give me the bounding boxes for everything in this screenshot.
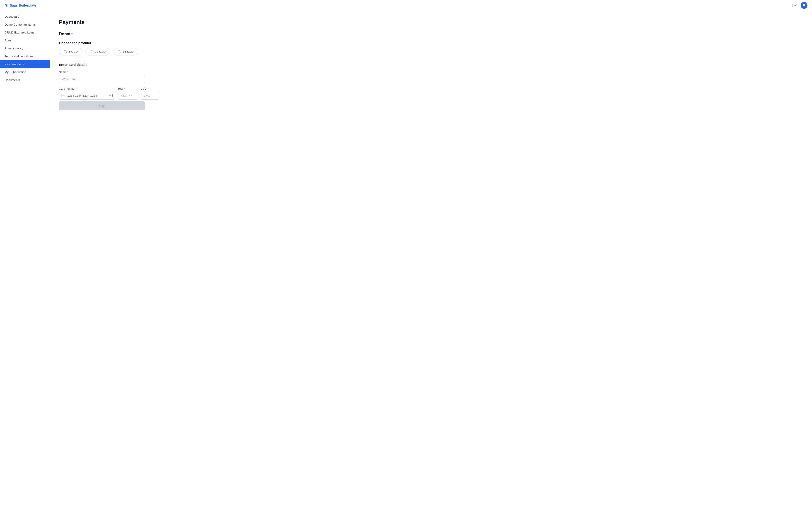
cvc-required: *: [148, 87, 149, 90]
svg-rect-4: [109, 95, 111, 96]
pay-button[interactable]: Pay: [59, 101, 145, 110]
card-section-title: Enter card details: [59, 63, 803, 66]
product-radio-10usd[interactable]: [90, 50, 93, 53]
card-row: Card number *: [59, 87, 803, 100]
name-field-group: Name *: [59, 71, 803, 83]
main-content: Payments Donate Choose the product 5 USD…: [50, 11, 812, 507]
sidebar: Dashboard Demo Contentful items CRUD Exa…: [0, 11, 50, 507]
sidebar-item-payment-demo[interactable]: Payment demo: [0, 60, 50, 68]
logo-label: Saas Boilerplate: [10, 3, 36, 7]
product-radio-5usd[interactable]: [64, 50, 67, 53]
sidebar-item-my-subscription[interactable]: My Subscription: [0, 68, 50, 76]
mail-icon[interactable]: [792, 2, 798, 9]
cvc-label: CVC *: [141, 87, 159, 90]
logo[interactable]: ✳ Saas Boilerplate: [5, 3, 36, 8]
year-input[interactable]: [117, 92, 138, 100]
sidebar-item-crud-example[interactable]: CRUD Example Items: [0, 29, 50, 37]
name-label: Name *: [59, 71, 803, 74]
name-required: *: [67, 71, 68, 74]
card-left-icon: [61, 94, 65, 98]
year-field-group: Year *: [117, 87, 138, 100]
cvc-field-group: CVC *: [141, 87, 159, 100]
product-option-10usd[interactable]: 10 USD: [85, 48, 110, 55]
sidebar-item-dashboard[interactable]: Dashboard: [0, 13, 50, 20]
card-number-group: Card number *: [59, 87, 115, 100]
sidebar-item-terms[interactable]: Terms and conditions: [0, 52, 50, 60]
product-radio-15usd[interactable]: [118, 50, 121, 53]
header: ✳ Saas Boilerplate P: [0, 0, 812, 11]
product-section-label: Choose the product: [59, 41, 803, 45]
card-number-wrap: [59, 92, 115, 100]
card-right-icon: [109, 94, 113, 98]
year-label: Year *: [117, 87, 138, 90]
name-input[interactable]: [59, 75, 145, 83]
svg-rect-2: [61, 95, 65, 95]
product-label-15usd: 15 USD: [123, 50, 134, 53]
logo-icon: ✳: [5, 3, 8, 8]
product-options: 5 USD 10 USD 15 USD: [59, 48, 803, 55]
svg-rect-0: [793, 4, 797, 7]
svg-rect-1: [61, 94, 65, 97]
product-label-5usd: 5 USD: [69, 50, 78, 53]
header-right: P: [792, 2, 807, 9]
section-title: Donate: [59, 32, 803, 37]
card-number-input[interactable]: [59, 92, 115, 100]
product-label-10usd: 10 USD: [95, 50, 106, 53]
product-option-5usd[interactable]: 5 USD: [59, 48, 83, 55]
sidebar-item-privacy-policy[interactable]: Privacy policy: [0, 44, 50, 52]
avatar[interactable]: P: [801, 2, 807, 9]
card-number-label: Card number *: [59, 87, 115, 90]
cvc-input[interactable]: [141, 92, 159, 100]
year-required: *: [124, 87, 125, 90]
sidebar-item-admin[interactable]: Admin: [0, 37, 50, 44]
page-title: Payments: [59, 19, 803, 25]
layout: Dashboard Demo Contentful items CRUD Exa…: [0, 0, 812, 507]
sidebar-item-documents[interactable]: Documents: [0, 76, 50, 84]
product-option-15usd[interactable]: 15 USD: [113, 48, 138, 55]
card-number-required: *: [77, 87, 78, 90]
sidebar-item-demo-contentful[interactable]: Demo Contentful items: [0, 20, 50, 29]
